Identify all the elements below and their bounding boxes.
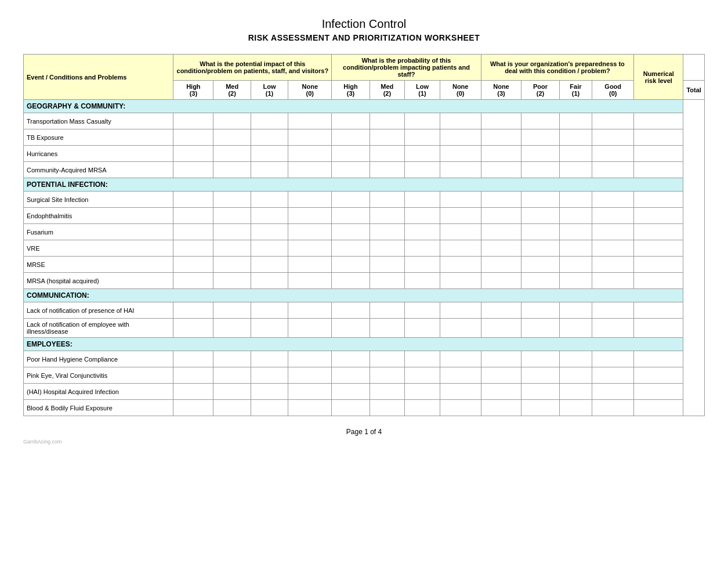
cell-2-1-8[interactable] [481,319,521,338]
cell-3-0-0[interactable] [173,351,213,367]
cell-0-1-0[interactable] [173,129,213,146]
cell-0-3-7[interactable] [440,162,481,178]
cell-3-1-12[interactable] [634,367,683,384]
cell-3-2-6[interactable] [405,384,440,400]
cell-1-3-4[interactable] [332,240,370,257]
cell-1-0-8[interactable] [481,192,521,208]
cell-0-1-4[interactable] [332,129,370,146]
cell-3-3-5[interactable] [370,400,405,416]
cell-0-3-1[interactable] [213,162,251,178]
cell-1-1-12[interactable] [634,208,683,224]
cell-3-0-3[interactable] [288,351,332,367]
cell-1-2-6[interactable] [405,224,440,240]
cell-1-5-8[interactable] [481,273,521,289]
cell-1-1-9[interactable] [521,208,559,224]
cell-3-3-11[interactable] [592,400,634,416]
cell-0-1-2[interactable] [251,129,288,146]
cell-2-1-3[interactable] [288,319,332,338]
cell-3-3-10[interactable] [559,400,592,416]
cell-1-0-5[interactable] [370,192,405,208]
cell-3-0-8[interactable] [481,351,521,367]
cell-3-2-12[interactable] [634,384,683,400]
cell-1-4-9[interactable] [521,257,559,273]
cell-2-1-1[interactable] [213,319,251,338]
cell-1-3-10[interactable] [559,240,592,257]
cell-2-1-2[interactable] [251,319,288,338]
cell-0-1-8[interactable] [481,129,521,146]
cell-3-2-5[interactable] [370,384,405,400]
cell-1-2-8[interactable] [481,224,521,240]
cell-1-4-7[interactable] [440,257,481,273]
cell-3-2-8[interactable] [481,384,521,400]
cell-3-1-5[interactable] [370,367,405,384]
cell-1-3-2[interactable] [251,240,288,257]
cell-1-5-9[interactable] [521,273,559,289]
cell-0-0-6[interactable] [405,113,440,129]
cell-1-5-5[interactable] [370,273,405,289]
cell-0-1-11[interactable] [592,129,634,146]
cell-3-1-6[interactable] [405,367,440,384]
cell-2-0-0[interactable] [173,302,213,319]
cell-1-2-11[interactable] [592,224,634,240]
cell-0-2-12[interactable] [634,146,683,162]
cell-3-3-2[interactable] [251,400,288,416]
cell-0-2-5[interactable] [370,146,405,162]
cell-1-5-12[interactable] [634,273,683,289]
cell-3-0-2[interactable] [251,351,288,367]
cell-1-1-6[interactable] [405,208,440,224]
cell-2-1-4[interactable] [332,319,370,338]
cell-0-0-2[interactable] [251,113,288,129]
cell-1-5-2[interactable] [251,273,288,289]
cell-1-3-6[interactable] [405,240,440,257]
cell-2-0-1[interactable] [213,302,251,319]
cell-3-2-2[interactable] [251,384,288,400]
cell-2-0-10[interactable] [559,302,592,319]
cell-3-1-1[interactable] [213,367,251,384]
cell-1-4-1[interactable] [213,257,251,273]
cell-1-5-11[interactable] [592,273,634,289]
cell-3-1-8[interactable] [481,367,521,384]
cell-0-0-8[interactable] [481,113,521,129]
cell-1-4-12[interactable] [634,257,683,273]
cell-2-1-10[interactable] [559,319,592,338]
cell-0-3-6[interactable] [405,162,440,178]
cell-0-3-5[interactable] [370,162,405,178]
cell-1-2-1[interactable] [213,224,251,240]
cell-2-1-0[interactable] [173,319,213,338]
cell-0-2-9[interactable] [521,146,559,162]
cell-0-2-11[interactable] [592,146,634,162]
cell-3-3-4[interactable] [332,400,370,416]
cell-2-0-7[interactable] [440,302,481,319]
cell-0-3-0[interactable] [173,162,213,178]
cell-0-3-4[interactable] [332,162,370,178]
cell-0-2-7[interactable] [440,146,481,162]
cell-3-2-9[interactable] [521,384,559,400]
cell-3-1-0[interactable] [173,367,213,384]
cell-1-1-5[interactable] [370,208,405,224]
cell-1-1-7[interactable] [440,208,481,224]
cell-0-1-10[interactable] [559,129,592,146]
cell-1-0-3[interactable] [288,192,332,208]
cell-1-0-11[interactable] [592,192,634,208]
cell-0-1-6[interactable] [405,129,440,146]
cell-0-2-3[interactable] [288,146,332,162]
cell-2-0-5[interactable] [370,302,405,319]
cell-3-1-3[interactable] [288,367,332,384]
cell-3-0-4[interactable] [332,351,370,367]
cell-3-1-11[interactable] [592,367,634,384]
cell-3-0-9[interactable] [521,351,559,367]
cell-3-0-5[interactable] [370,351,405,367]
cell-2-0-6[interactable] [405,302,440,319]
cell-0-2-8[interactable] [481,146,521,162]
cell-1-5-0[interactable] [173,273,213,289]
cell-1-1-8[interactable] [481,208,521,224]
cell-0-3-9[interactable] [521,162,559,178]
cell-0-3-2[interactable] [251,162,288,178]
cell-0-2-6[interactable] [405,146,440,162]
cell-1-1-2[interactable] [251,208,288,224]
cell-0-0-9[interactable] [521,113,559,129]
cell-1-2-3[interactable] [288,224,332,240]
cell-0-0-1[interactable] [213,113,251,129]
cell-1-5-4[interactable] [332,273,370,289]
cell-1-5-7[interactable] [440,273,481,289]
